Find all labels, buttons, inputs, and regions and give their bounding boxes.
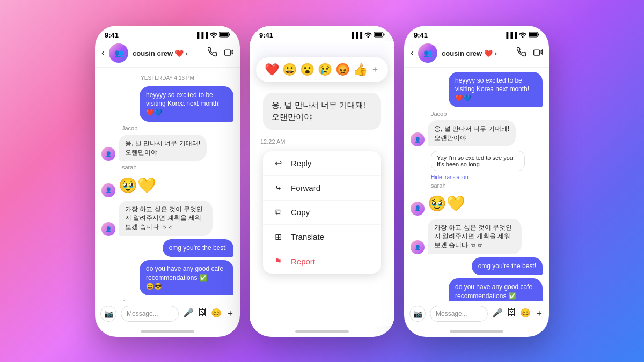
home-indicator-1 <box>95 326 240 337</box>
emoji-button-1[interactable]: 😊 <box>211 308 222 319</box>
context-report[interactable]: ⚑ Report <box>263 249 381 274</box>
forward-icon: ⤷ <box>273 183 283 193</box>
phone-1: 9:41 ▐▐▐ ‹ 👥 cousin crew ❤️ › YESTERDAY <box>95 26 240 337</box>
avatar: 👤 <box>101 183 115 197</box>
video-icon-1[interactable] <box>224 47 233 59</box>
input-icons-1: 🎤 🖼 😊 ＋ <box>183 308 235 319</box>
svg-rect-7 <box>375 33 382 36</box>
reaction-thumbs-up[interactable]: 👍 <box>353 63 368 77</box>
avatar: 👤 <box>411 202 425 216</box>
translation-bubble: Yay I'm so excited to see you! It's been… <box>431 151 525 171</box>
received-bubble[interactable]: 가장 하고 싶은 것이 무엇인지 알려주시면 계획을 세워보겠 습니다 ㅎㅎ <box>428 219 522 254</box>
phone2-content: heyyyy so excited to be visiting Korea n… <box>250 41 394 326</box>
gallery-button-3[interactable]: 🖼 <box>507 308 516 319</box>
call-icon-1[interactable] <box>208 47 217 59</box>
avatar: 👤 <box>411 132 425 146</box>
report-label: Report <box>291 257 315 266</box>
avatar: 👤 <box>101 147 115 161</box>
header-actions-1 <box>208 47 233 59</box>
emoji-button-3[interactable]: 😊 <box>520 308 531 319</box>
home-indicator-2 <box>250 326 394 337</box>
chat-name-1[interactable]: cousin crew ❤️ › <box>133 49 208 57</box>
input-placeholder-1: Message... <box>127 310 158 317</box>
home-indicator-3 <box>404 326 549 337</box>
translate-label: Translate <box>291 232 324 241</box>
time-3: 9:41 <box>414 31 428 39</box>
reaction-bar[interactable]: ❤️ 😀 😮 😢 😡 👍 ＋ <box>256 57 388 82</box>
sender-name: sarah <box>122 164 233 171</box>
header-actions-3 <box>517 47 543 59</box>
input-placeholder-3: Message... <box>436 310 467 317</box>
context-forward[interactable]: ⤷ Forward <box>263 176 381 201</box>
context-reply[interactable]: ↩ Reply <box>263 151 381 176</box>
status-icons-1: ▐▐▐ <box>195 32 230 39</box>
reaction-wow[interactable]: 😮 <box>300 63 314 77</box>
home-bar <box>141 330 194 333</box>
context-time: 12:22 AM <box>250 138 285 145</box>
wifi-icon <box>210 32 217 39</box>
reaction-plus[interactable]: ＋ <box>371 64 379 75</box>
emoji-bubble: 🥹💛 <box>428 192 465 215</box>
mic-button-3[interactable]: 🎤 <box>492 308 503 319</box>
reaction-smile[interactable]: 😀 <box>282 63 297 77</box>
chat-header-1: ‹ 👥 cousin crew ❤️ › <box>95 41 240 68</box>
message-input-1[interactable]: Message... <box>121 306 179 322</box>
signal-icon: ▐▐▐ <box>195 32 208 38</box>
msg-row: 👤 🥹💛 <box>411 192 543 215</box>
back-button-3[interactable]: ‹ <box>411 47 414 58</box>
camera-button-1[interactable]: 📷 <box>100 306 116 322</box>
sent-bubble[interactable]: do you have any good cafe recommendation… <box>449 278 543 301</box>
sender-name: sarah <box>431 182 543 189</box>
home-bar <box>450 330 503 333</box>
plus-button-3[interactable]: ＋ <box>535 308 544 319</box>
input-icons-3: 🎤 🖼 😊 ＋ <box>492 308 544 319</box>
received-bubble[interactable]: 응, 널 만나서 너무 기대돼!오랜만이야 <box>119 135 207 161</box>
video-icon-3[interactable] <box>533 47 543 59</box>
messages-1: YESTERDAY 4:16 PM heyyyy so excited to b… <box>95 68 240 301</box>
reaction-sad[interactable]: 😢 <box>318 63 332 77</box>
avatar: 👤 <box>101 222 115 236</box>
msg-row: do you have any good cafe recommendation… <box>411 278 543 301</box>
hide-translation-link[interactable]: Hide translation <box>431 174 543 180</box>
reply-label: Reply <box>291 159 311 168</box>
sender-name: Jacob <box>431 110 543 117</box>
svg-rect-10 <box>529 33 537 36</box>
wifi-icon <box>364 32 372 39</box>
msg-row: omg you're the best! <box>411 257 543 275</box>
msg-row: heyyyy so excited to be visiting Korea n… <box>411 72 543 107</box>
status-bar-2: 9:41 ▐▐▐ <box>250 26 394 41</box>
message-input-3[interactable]: Message... <box>430 306 488 322</box>
reaction-heart[interactable]: ❤️ <box>265 63 279 77</box>
sent-bubble[interactable]: heyyyy so excited to be visiting Korea n… <box>140 86 233 122</box>
msg-row: 👤 응, 널 만나서 너무 기대돼!오랜만이야 <box>101 135 233 161</box>
call-icon-3[interactable] <box>517 47 526 59</box>
phone-2: 9:41 ▐▐▐ heyyyy so excited to be visitin… <box>250 26 394 337</box>
translate-icon: ⊞ <box>273 232 283 242</box>
chat-header-3: ‹ 👥 cousin crew ❤️ › <box>404 41 549 68</box>
context-copy[interactable]: ⧉ Copy <box>263 201 381 225</box>
received-bubble[interactable]: 가장 하고 싶은 것이 무엇인지 알려주시면 계획을 세워보겠 습니다 ㅎㅎ <box>119 201 213 236</box>
reaction-angry[interactable]: 😡 <box>335 63 350 77</box>
gallery-button-1[interactable]: 🖼 <box>198 308 207 319</box>
mic-button-1[interactable]: 🎤 <box>183 308 194 319</box>
svg-rect-1 <box>229 33 230 35</box>
msg-row: do you have any good cafe recommendation… <box>101 260 233 295</box>
sent-bubble[interactable]: omg you're the best! <box>472 257 543 275</box>
received-bubble[interactable]: 응, 널 만나서 너무 기대돼!오랜만이야 <box>428 120 516 147</box>
sent-bubble[interactable]: do you have any good cafe recommendation… <box>140 260 233 295</box>
input-bar-3: 📷 Message... 🎤 🖼 😊 ＋ <box>404 301 549 326</box>
plus-button-1[interactable]: ＋ <box>226 308 235 319</box>
messages-3: heyyyy so excited to be visiting Korea n… <box>404 68 549 301</box>
phone-3: 9:41 ▐▐▐ ‹ 👥 cousin crew ❤️ › <box>404 26 549 337</box>
context-overlay: ❤️ 😀 😮 😢 😡 👍 ＋ 응, 널 만나서 너무 기대돼! 오랜만이야 12… <box>250 41 394 326</box>
context-message: 응, 널 만나서 너무 기대돼! 오랜만이야 <box>263 93 381 130</box>
back-button-1[interactable]: ‹ <box>101 47 105 58</box>
sent-bubble[interactable]: omg you're the best! <box>163 239 233 257</box>
sent-bubble[interactable]: heyyyy so excited to be visiting Korea n… <box>449 72 543 107</box>
time-1: 9:41 <box>105 31 119 39</box>
battery-icon <box>529 32 539 39</box>
wifi-icon <box>519 32 526 39</box>
chat-name-3[interactable]: cousin crew ❤️ › <box>442 49 517 57</box>
camera-button-3[interactable]: 📷 <box>409 306 426 322</box>
context-translate[interactable]: ⊞ Translate <box>263 225 381 249</box>
